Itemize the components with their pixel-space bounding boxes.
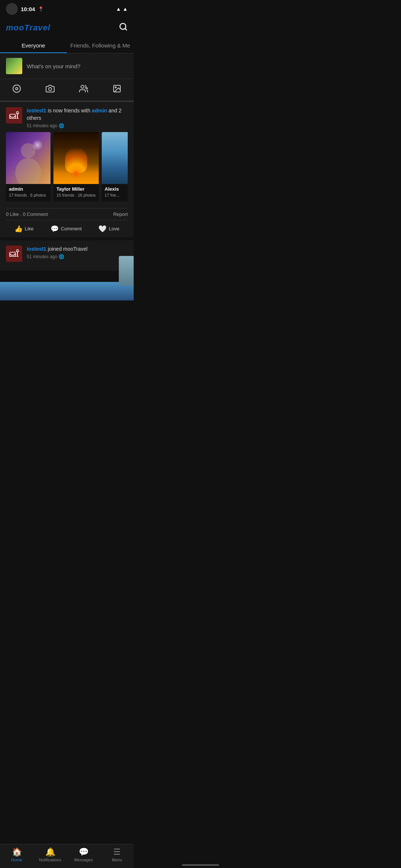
post2-username[interactable]: iostest1 (27, 246, 46, 252)
status-bar: 10:04 📍 ▲ ▲ (0, 0, 134, 18)
search-button[interactable] (119, 22, 128, 33)
friend-stats-taylor: 15 friends . 16 photos (56, 193, 96, 198)
thumbs-up-icon: 👍 (14, 225, 23, 233)
svg-point-9 (115, 87, 116, 88)
action-bar (0, 79, 134, 102)
tab-everyone[interactable]: Everyone (0, 38, 67, 53)
svg-point-5 (81, 85, 84, 88)
friend-card-image-taylor (53, 132, 99, 184)
globe-icon: 🌐 (59, 123, 64, 128)
post-stats: 0 Like . 0 Comment Report (6, 208, 128, 220)
post-stats-text: 0 Like . 0 Comment (6, 211, 48, 217)
post-action: is now friends with (48, 108, 90, 114)
location-icon: 📍 (38, 6, 44, 12)
tag-button[interactable] (73, 83, 94, 97)
post-text: iostest1 is now friends with admin and 2… (27, 107, 128, 122)
post-time: 51 minutes ago 🌐 (27, 123, 128, 128)
status-left: 10:04 📍 (6, 3, 44, 15)
svg-point-11 (15, 158, 41, 184)
svg-point-2 (13, 85, 20, 92)
camera-cutout (6, 3, 18, 15)
post-avatar[interactable]: 🛋 (6, 107, 22, 124)
post-header: 🛋 iostest1 is now friends with admin and… (6, 107, 128, 128)
friend-card-admin[interactable]: admin 17 friends . 6 photos (6, 132, 50, 201)
reaction-bar: 👍 Like 💬 Comment 🤍 Love (6, 222, 128, 237)
svg-line-1 (125, 29, 127, 30)
friend-card-info-admin: admin 17 friends . 6 photos (6, 184, 50, 201)
gallery-button[interactable] (107, 83, 127, 97)
post-friends: 🛋 iostest1 is now friends with admin and… (0, 102, 134, 237)
heart-icon: 🤍 (98, 225, 107, 233)
friend-card-alexis[interactable]: Alexis 17 frie... (102, 132, 128, 201)
post-composer[interactable]: What's on your mind? (0, 53, 134, 79)
friend-card-taylor[interactable]: Taylor Miller 15 friends . 16 photos (53, 132, 99, 201)
svg-point-3 (16, 88, 18, 90)
avatar-image (6, 58, 22, 74)
checkin-button[interactable] (6, 83, 27, 97)
friend-name-admin: admin (9, 186, 48, 192)
post2-meta: iostest1 joined mooTravel 51 minutes ago… (27, 246, 128, 260)
status-right: ▲ ▲ (116, 6, 128, 12)
page-content: What's on your mind? (0, 53, 134, 300)
post-username[interactable]: iostest1 (27, 108, 46, 114)
report-button[interactable]: Report (113, 211, 128, 217)
friend-name-alexis: Alexis (105, 186, 128, 192)
friend-cards: admin 17 friends . 6 photos Taylor Mille… (6, 132, 128, 204)
camera-button[interactable] (40, 83, 61, 97)
friend-card-image-alexis (102, 132, 128, 184)
wifi-icon: ▲ (116, 6, 121, 12)
comment-button[interactable]: 💬 Comment (50, 225, 82, 233)
post-meta: iostest1 is now friends with admin and 2… (27, 107, 128, 128)
feed-tabs: Everyone Friends, Following & Me (0, 38, 134, 53)
post-joined: 🛋 iostest1 joined mooTravel 51 minutes a… (0, 240, 134, 271)
post2-text: iostest1 joined mooTravel (27, 246, 128, 253)
composer-placeholder[interactable]: What's on your mind? (27, 63, 81, 69)
love-button[interactable]: 🤍 Love (98, 225, 119, 233)
comment-icon: 💬 (50, 225, 59, 233)
svg-point-4 (49, 88, 52, 91)
friend-stats-admin: 17 friends . 6 photos (9, 193, 48, 198)
post2-header: 🛋 iostest1 joined mooTravel 51 minutes a… (6, 246, 128, 262)
tab-friends[interactable]: Friends, Following & Me (67, 38, 134, 53)
friend-stats-alexis: 17 frie... (105, 193, 128, 198)
post2-time: 51 minutes ago 🌐 (27, 254, 128, 259)
status-time: 10:04 (21, 6, 35, 12)
post-tagged-user[interactable]: admin (92, 108, 107, 114)
friend-card-image-admin (6, 132, 50, 184)
app-header: mooTravel (0, 18, 134, 38)
friend-card-info-taylor: Taylor Miller 15 friends . 16 photos (53, 184, 99, 201)
friend-name-taylor: Taylor Miller (56, 186, 96, 192)
friend-card-info-alexis: Alexis 17 frie... (102, 184, 128, 201)
signal-icon: ▲ (123, 6, 128, 12)
user-avatar (6, 58, 22, 74)
app-logo: mooTravel (6, 23, 50, 33)
like-button[interactable]: 👍 Like (14, 225, 34, 233)
post2-action: joined mooTravel (48, 246, 88, 252)
post2-avatar[interactable]: 🛋 (6, 246, 22, 262)
globe-icon-2: 🌐 (59, 254, 64, 259)
